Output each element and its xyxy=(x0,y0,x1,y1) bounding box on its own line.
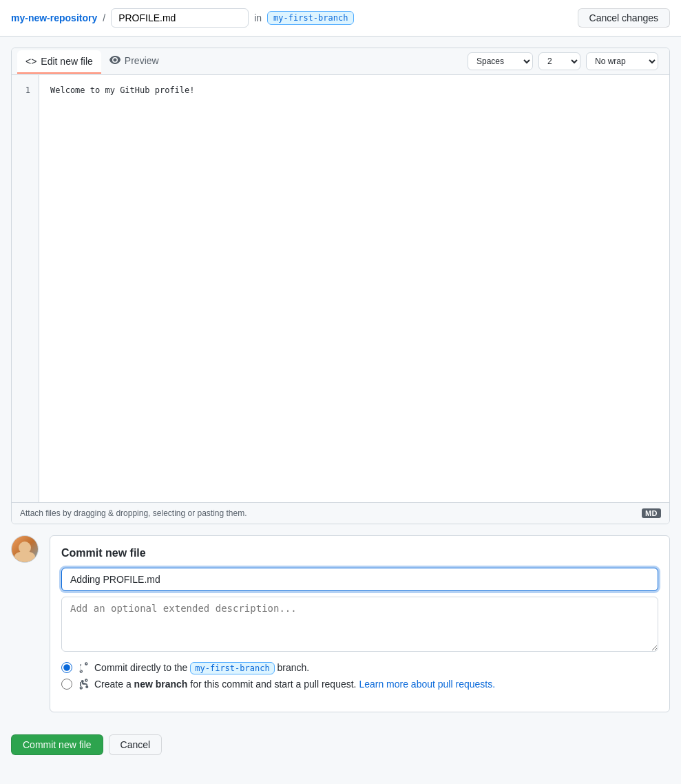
editor-tabs: <> Edit new file Preview Spaces Tabs 2 4… xyxy=(12,48,669,75)
indent-select[interactable]: 2 4 8 xyxy=(538,52,580,70)
radio-direct-pre: Commit directly to the xyxy=(94,662,187,673)
radio-direct-post: branch. xyxy=(277,662,310,673)
in-label: in xyxy=(254,12,262,23)
radio-option-direct: Commit directly to the my-first-branch b… xyxy=(61,662,658,673)
tab-edit-label: Edit new file xyxy=(41,56,92,67)
radio-pr-pre: Create a xyxy=(94,679,132,690)
tab-preview-label: Preview xyxy=(125,55,159,66)
git-branch-icon xyxy=(78,679,89,690)
action-bar: Commit new file Cancel xyxy=(0,723,681,766)
radio-pr-post: for this commit and start a pull request… xyxy=(190,679,356,690)
commit-section-title: Commit new file xyxy=(61,547,658,559)
radio-direct-text: Commit directly to the my-first-branch b… xyxy=(94,662,309,673)
line-number-1: 1 xyxy=(20,83,30,97)
pr-link[interactable]: Learn more about pull requests. xyxy=(359,679,495,690)
spaces-select[interactable]: Spaces Tabs xyxy=(468,52,533,70)
filename-input[interactable] xyxy=(111,8,249,28)
code-icon: <> xyxy=(25,56,36,67)
avatar xyxy=(11,535,39,563)
repo-link[interactable]: my-new-repository xyxy=(11,12,97,23)
commit-message-input[interactable] xyxy=(61,568,658,591)
wrap-select[interactable]: No wrap Soft wrap xyxy=(586,52,658,70)
cancel-changes-button[interactable]: Cancel changes xyxy=(578,8,670,28)
path-separator: / xyxy=(103,12,105,23)
line-numbers: 1 xyxy=(12,75,39,502)
avatar-image xyxy=(12,536,38,562)
editor-controls: Spaces Tabs 2 4 8 No wrap Soft wrap xyxy=(462,48,664,74)
attach-text: Attach files by dragging & dropping, sel… xyxy=(20,508,247,518)
radio-pr-bold: new branch xyxy=(134,679,188,690)
tab-preview[interactable]: Preview xyxy=(101,49,167,74)
git-commit-icon xyxy=(78,662,89,673)
code-area: 1 Welcome to my GitHub profile! xyxy=(12,75,669,502)
tab-edit[interactable]: <> Edit new file xyxy=(17,50,101,74)
radio-direct-branch: my-first-branch xyxy=(190,662,274,674)
top-bar: my-new-repository / in my-first-branch C… xyxy=(0,0,681,37)
radio-pr-text: Create a new branch for this commit and … xyxy=(94,679,495,690)
commit-form: Commit new file Commit directly to the m… xyxy=(50,535,670,712)
md-badge: MD xyxy=(642,508,661,518)
branch-badge: my-first-branch xyxy=(267,11,354,25)
radio-direct[interactable] xyxy=(61,662,72,673)
commit-new-file-button[interactable]: Commit new file xyxy=(11,734,103,755)
radio-option-pr: Create a new branch for this commit and … xyxy=(61,679,658,690)
eye-icon xyxy=(109,54,121,68)
commit-section: Commit new file Commit directly to the m… xyxy=(11,535,670,712)
radio-pr[interactable] xyxy=(61,679,72,690)
editor-container: <> Edit new file Preview Spaces Tabs 2 4… xyxy=(11,48,670,524)
editor-footer: Attach files by dragging & dropping, sel… xyxy=(12,502,669,524)
code-editor[interactable]: Welcome to my GitHub profile! xyxy=(39,75,669,502)
commit-description-input[interactable] xyxy=(61,597,658,652)
cancel-button[interactable]: Cancel xyxy=(109,734,163,755)
radio-group: Commit directly to the my-first-branch b… xyxy=(61,662,658,690)
